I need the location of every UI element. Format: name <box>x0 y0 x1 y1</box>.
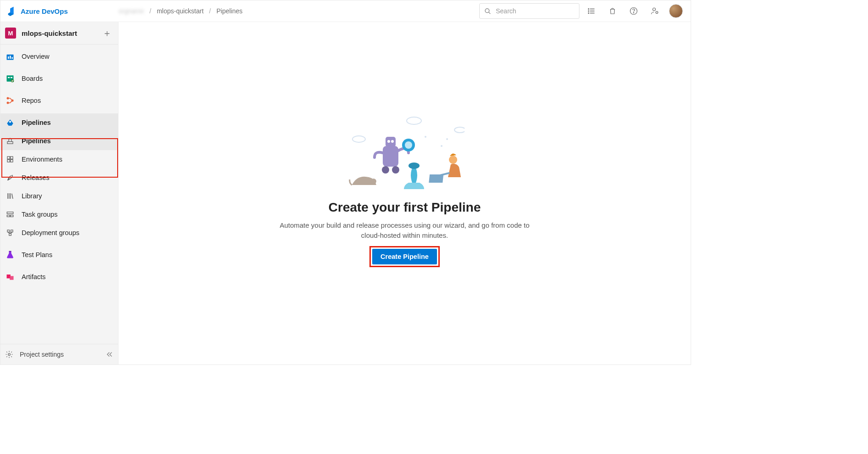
sidebar-subitem-releases[interactable]: Releases <box>0 168 118 187</box>
hero-title: Create your first Pipeline <box>329 200 481 215</box>
sidebar-item-label: Deployment groups <box>22 229 79 236</box>
svg-point-60 <box>441 145 443 147</box>
user-settings-icon[interactable] <box>646 2 664 20</box>
top-bar: Azure DevOps orgname / mlops-quickstart … <box>0 0 691 22</box>
breadcrumb-org[interactable]: orgname <box>119 7 144 15</box>
svg-rect-36 <box>7 230 10 232</box>
svg-point-43 <box>352 136 365 142</box>
sidebar-subitem-deploygroups[interactable]: Deployment groups <box>0 224 118 242</box>
svg-rect-58 <box>429 174 443 183</box>
svg-point-11 <box>656 11 658 14</box>
svg-rect-47 <box>383 146 398 167</box>
breadcrumb-page[interactable]: Pipelines <box>216 7 243 15</box>
hero-illustration <box>345 114 465 192</box>
svg-point-44 <box>407 117 421 124</box>
svg-line-32 <box>12 194 13 199</box>
svg-line-1 <box>488 12 490 14</box>
sidebar-item-artifacts[interactable]: Artifacts <box>0 268 118 286</box>
svg-rect-39 <box>9 251 11 252</box>
search-box[interactable] <box>479 3 579 19</box>
svg-rect-25 <box>7 157 10 159</box>
library-icon <box>5 191 15 201</box>
sidebar-item-label: Overview <box>22 53 49 60</box>
search-input[interactable] <box>495 7 577 15</box>
svg-rect-24 <box>7 142 13 144</box>
svg-point-56 <box>449 156 457 164</box>
environments-icon <box>5 154 15 164</box>
svg-point-5 <box>588 9 589 10</box>
sidebar-item-testplans[interactable]: Test Plans <box>0 246 118 264</box>
sidebar-subitem-environments[interactable]: Environments <box>0 150 118 168</box>
sidebar-subitem-library[interactable]: Library <box>0 187 118 205</box>
shopping-bag-icon[interactable] <box>603 2 622 20</box>
svg-rect-33 <box>7 212 13 214</box>
svg-rect-37 <box>11 230 13 232</box>
list-icon[interactable] <box>582 2 601 20</box>
svg-point-9 <box>633 12 634 13</box>
pipeline-sub-icon <box>5 136 15 146</box>
breadcrumb-separator: / <box>209 7 211 15</box>
svg-point-6 <box>588 11 589 11</box>
sidebar-item-label: Test Plans <box>22 251 52 258</box>
repos-icon <box>5 95 15 106</box>
overview-icon <box>5 51 15 62</box>
sidebar-item-label: Repos <box>22 97 41 104</box>
sidebar-item-repos[interactable]: Repos <box>0 91 118 110</box>
collapse-sidebar-icon[interactable] <box>105 350 113 359</box>
svg-point-46 <box>371 179 376 184</box>
sidebar-item-label: Artifacts <box>22 273 45 280</box>
user-avatar[interactable] <box>667 2 685 20</box>
svg-rect-38 <box>9 234 11 236</box>
deploygroups-icon <box>5 228 15 238</box>
project-settings-label: Project settings <box>20 351 64 358</box>
boards-icon <box>5 73 15 84</box>
sidebar-subitem-pipelines[interactable]: Pipelines <box>0 132 118 150</box>
taskgroups-icon <box>5 209 15 219</box>
hero-description: Automate your build and release processe… <box>276 220 533 241</box>
gear-icon <box>5 350 13 359</box>
svg-rect-15 <box>11 57 13 59</box>
artifacts-icon <box>5 272 15 282</box>
add-icon[interactable]: ＋ <box>102 27 112 39</box>
sidebar-item-boards[interactable]: Boards <box>0 69 118 88</box>
sidebar-item-label: Releases <box>22 174 49 181</box>
svg-point-0 <box>485 8 489 12</box>
project-tile: M <box>5 28 16 39</box>
help-icon[interactable] <box>624 2 643 20</box>
highlight-frame <box>369 246 440 267</box>
sidebar-item-label: Boards <box>22 75 43 82</box>
brand-label[interactable]: Azure DevOps <box>21 7 68 15</box>
svg-point-54 <box>405 141 412 149</box>
breadcrumb: orgname / mlops-quickstart / Pipelines <box>119 7 243 15</box>
sidebar-item-overview[interactable]: Overview <box>0 47 118 66</box>
main-content: Create your first Pipeline Automate your… <box>119 22 691 364</box>
svg-rect-18 <box>11 77 12 78</box>
project-settings[interactable]: Project settings <box>0 344 118 364</box>
sidebar-item-label: Library <box>22 192 42 200</box>
svg-point-61 <box>446 138 448 140</box>
sidebar-item-pipelines[interactable]: Pipelines <box>0 113 118 132</box>
sidebar: M mlops-quickstart ＋ Overview Boards Rep… <box>0 22 119 364</box>
sidebar-subitem-taskgroups[interactable]: Task groups <box>0 205 118 224</box>
azure-devops-logo-icon <box>6 6 16 16</box>
sidebar-item-label: Pipelines <box>22 137 51 145</box>
search-icon <box>484 8 491 15</box>
svg-point-59 <box>425 136 426 138</box>
releases-icon <box>5 173 15 183</box>
svg-point-52 <box>392 166 399 174</box>
svg-rect-41 <box>10 276 13 280</box>
svg-point-49 <box>387 140 390 143</box>
svg-point-42 <box>8 353 11 356</box>
svg-rect-34 <box>7 215 10 217</box>
project-header[interactable]: M mlops-quickstart ＋ <box>0 22 118 45</box>
sidebar-item-label: Pipelines <box>22 119 51 126</box>
svg-point-10 <box>653 8 656 11</box>
sidebar-item-label: Task groups <box>22 211 57 218</box>
svg-rect-26 <box>11 157 13 159</box>
testplans-icon <box>5 250 15 260</box>
svg-point-7 <box>588 13 589 14</box>
svg-rect-27 <box>7 160 10 162</box>
svg-point-45 <box>454 127 465 133</box>
breadcrumb-project[interactable]: mlops-quickstart <box>157 7 204 15</box>
svg-point-55 <box>408 163 420 169</box>
